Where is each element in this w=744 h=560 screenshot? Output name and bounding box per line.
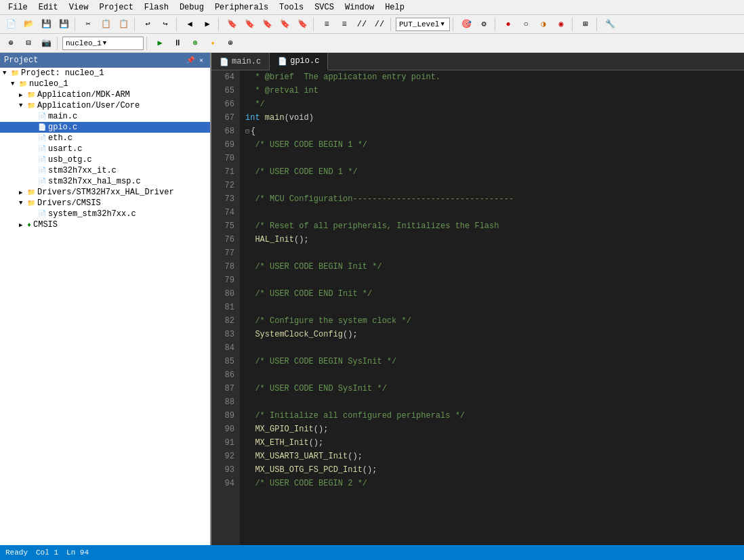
bookmark-btn[interactable]: 🔖	[224, 17, 240, 32]
fold-icon-68[interactable]: ⊟	[245, 128, 249, 135]
uncomment-btn[interactable]: //	[371, 17, 388, 32]
project-dropdown-arrow: ▼	[103, 40, 106, 47]
build-btn[interactable]: ●	[500, 17, 516, 32]
tab-gpioc[interactable]: 📄 gpio.c	[270, 53, 328, 70]
tb2-btn3[interactable]: 📷	[38, 36, 54, 51]
settings-btn[interactable]: 🔧	[602, 17, 618, 32]
sep8	[495, 18, 497, 31]
line-numbers: 64 65 66 67 68 69 70 71 72 73 74 75 76 7…	[211, 70, 240, 559]
sep10	[596, 18, 599, 31]
code-editor[interactable]: 64 65 66 67 68 69 70 71 72 73 74 75 76 7…	[211, 70, 744, 559]
usercore-folder-icon: 📁	[27, 102, 35, 110]
rebuild-btn[interactable]: ◑	[535, 17, 552, 32]
fwd-btn[interactable]: ▶	[199, 17, 215, 32]
tab-mainc[interactable]: 📄 main.c	[211, 53, 270, 70]
ln-89: 89	[217, 409, 234, 423]
redo-btn[interactable]: ↪	[157, 17, 173, 32]
code-line-89: /* Initialize all configured peripherals…	[245, 409, 739, 423]
tb2-btn1[interactable]: ⊕	[3, 36, 19, 51]
code-line-94: /* USER CODE BEGIN 2 */	[245, 477, 739, 490]
code-line-68: ⊟{	[245, 125, 739, 138]
expand-nucleo-icon: ▼	[11, 81, 18, 87]
ln-76: 76	[217, 233, 234, 246]
project-name: nucleo_1	[66, 39, 102, 47]
tb2-run-btn[interactable]: ▶	[152, 36, 168, 51]
tree-stm32-it-c[interactable]: 📄 stm32h7xx_it.c	[0, 165, 210, 176]
tree-eth-c[interactable]: 📄 eth.c	[0, 133, 210, 144]
menu-edit[interactable]: Edit	[33, 1, 64, 14]
bookmark3-btn[interactable]: 🔖	[259, 17, 275, 32]
menu-help[interactable]: Help	[379, 1, 410, 14]
tree-cmsis-folder[interactable]: ▼ 📁 Drivers/CMSIS	[0, 198, 210, 209]
bookmark4-btn[interactable]: 🔖	[276, 17, 293, 32]
tree-project-root[interactable]: ▼ 📁 Project: nucleo_1	[0, 68, 210, 79]
copy-btn[interactable]: 📋	[98, 17, 114, 32]
ln-90: 90	[217, 423, 234, 436]
panel-close-btn[interactable]: ✕	[197, 56, 206, 65]
save-btn[interactable]: 💾	[38, 17, 54, 32]
tb2-pause-btn[interactable]: ⏸	[169, 36, 186, 51]
options-btn[interactable]: ⚙	[476, 17, 492, 32]
back-btn[interactable]: ◀	[182, 17, 198, 32]
tb2-btn2[interactable]: ⊟	[20, 36, 37, 51]
config-dropdown[interactable]: PUT_Level ▼	[396, 18, 450, 31]
target-btn[interactable]: 🎯	[458, 17, 474, 32]
menu-svcs[interactable]: SVCS	[309, 1, 339, 14]
tree-hal-driver[interactable]: ▶ 📁 Drivers/STM32H7xx_HAL_Driver	[0, 187, 210, 198]
project-icon: 📁	[11, 69, 19, 77]
open-btn[interactable]: 📂	[20, 17, 37, 32]
paste-btn[interactable]: 📋	[115, 17, 131, 32]
tree-user-core[interactable]: ▼ 📁 Application/User/Core	[0, 100, 210, 111]
menu-peripherals[interactable]: Peripherals	[209, 1, 274, 14]
tree-nucleo[interactable]: ▼ 📁 nucleo_1	[0, 79, 210, 89]
ln-68: 68	[217, 125, 234, 138]
cut-btn[interactable]: ✂	[80, 17, 96, 32]
new-file-btn[interactable]: 📄	[3, 17, 19, 32]
tb2-cfg-btn[interactable]: ⊕	[222, 36, 239, 51]
tree-main-c[interactable]: 📄 main.c	[0, 111, 210, 122]
cmsisfolder-icon: 📁	[27, 199, 35, 207]
ln-80: 80	[217, 287, 234, 301]
haldriver-folder-icon: 📁	[27, 188, 35, 196]
bookmark2-btn[interactable]: 🔖	[241, 17, 257, 32]
tree-cmsis-root[interactable]: ▶ ♦ CMSIS	[0, 219, 210, 230]
menu-flash[interactable]: Flash	[139, 1, 174, 14]
code-line-70	[245, 152, 739, 165]
outdent-btn[interactable]: ≡	[336, 17, 352, 32]
comment-btn[interactable]: //	[354, 17, 370, 32]
menu-debug[interactable]: Debug	[174, 1, 209, 14]
project-dropdown[interactable]: nucleo_1 ▼	[62, 37, 144, 50]
menu-view[interactable]: View	[64, 1, 94, 14]
tree-usbotg-c[interactable]: 📄 usb_otg.c	[0, 154, 210, 165]
systemstm32-file-icon: 📄	[38, 210, 46, 218]
code-lines[interactable]: * @brief The application entry point. * …	[240, 70, 744, 559]
ln-87: 87	[217, 382, 234, 395]
tree-gpio-c[interactable]: 📄 gpio.c	[0, 122, 210, 133]
download-btn[interactable]: ◉	[553, 17, 569, 32]
menu-window[interactable]: Window	[339, 1, 379, 14]
tb2-tool-btn[interactable]: ✦	[205, 36, 221, 51]
tree-system-stm32[interactable]: 📄 system_stm32h7xx.c	[0, 209, 210, 219]
tree-usart-c[interactable]: 📄 usart.c	[0, 144, 210, 154]
tree-root-label: Project: nucleo_1	[21, 68, 104, 78]
menu-file[interactable]: File	[3, 1, 33, 14]
ln-74: 74	[217, 206, 234, 219]
code-line-67: int main(void)	[245, 111, 739, 125]
tree-stm32-hal-c[interactable]: 📄 stm32h7xx_hal_msp.c	[0, 176, 210, 187]
bookmark5-btn[interactable]: 🔖	[294, 17, 310, 32]
panel-pin-btn[interactable]: 📌	[186, 56, 195, 65]
save-all-btn[interactable]: 💾	[56, 17, 72, 32]
indent-btn[interactable]: ≡	[318, 17, 335, 32]
config-label: PUT_Level	[399, 20, 439, 28]
menu-project[interactable]: Project	[94, 1, 138, 14]
debug-view-btn[interactable]: ⊞	[577, 17, 594, 32]
menu-tools[interactable]: Tools	[274, 1, 309, 14]
tree-mdk-arm[interactable]: ▶ 📁 Application/MDK-ARM	[0, 89, 210, 100]
ln-77: 77	[217, 246, 234, 260]
undo-btn[interactable]: ↩	[140, 17, 156, 32]
expand-haldriver-icon: ▶	[19, 189, 26, 196]
code-line-92: MX_USART3_UART_Init();	[245, 450, 739, 463]
status-bar: Ready Col 1 Ln 94	[0, 545, 744, 560]
stop-btn[interactable]: ○	[518, 17, 534, 32]
tb2-target-btn[interactable]: ⊛	[187, 36, 203, 51]
